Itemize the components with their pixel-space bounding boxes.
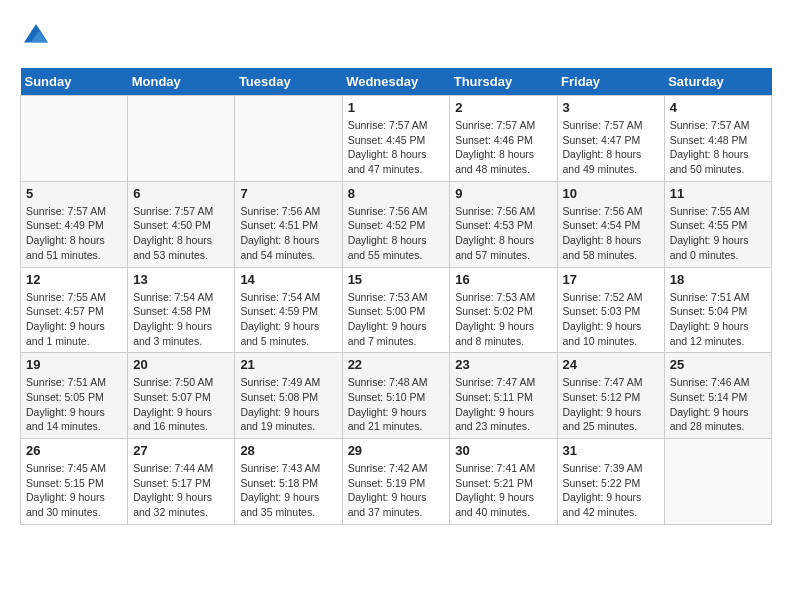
calendar-cell-2-4: 8Sunrise: 7:56 AM Sunset: 4:52 PM Daylig… bbox=[342, 181, 450, 267]
calendar-cell-1-2 bbox=[128, 96, 235, 182]
logo-icon bbox=[20, 20, 52, 52]
calendar-week-1: 1Sunrise: 7:57 AM Sunset: 4:45 PM Daylig… bbox=[21, 96, 772, 182]
day-number: 9 bbox=[455, 186, 551, 201]
day-info: Sunrise: 7:57 AM Sunset: 4:47 PM Dayligh… bbox=[563, 118, 659, 177]
calendar-cell-1-1 bbox=[21, 96, 128, 182]
day-info: Sunrise: 7:55 AM Sunset: 4:57 PM Dayligh… bbox=[26, 290, 122, 349]
day-info: Sunrise: 7:56 AM Sunset: 4:54 PM Dayligh… bbox=[563, 204, 659, 263]
calendar-cell-2-1: 5Sunrise: 7:57 AM Sunset: 4:49 PM Daylig… bbox=[21, 181, 128, 267]
day-info: Sunrise: 7:48 AM Sunset: 5:10 PM Dayligh… bbox=[348, 375, 445, 434]
calendar-cell-3-4: 15Sunrise: 7:53 AM Sunset: 5:00 PM Dayli… bbox=[342, 267, 450, 353]
calendar-week-2: 5Sunrise: 7:57 AM Sunset: 4:49 PM Daylig… bbox=[21, 181, 772, 267]
day-info: Sunrise: 7:42 AM Sunset: 5:19 PM Dayligh… bbox=[348, 461, 445, 520]
calendar-cell-1-3 bbox=[235, 96, 342, 182]
day-info: Sunrise: 7:45 AM Sunset: 5:15 PM Dayligh… bbox=[26, 461, 122, 520]
day-info: Sunrise: 7:56 AM Sunset: 4:53 PM Dayligh… bbox=[455, 204, 551, 263]
calendar-cell-5-7 bbox=[664, 439, 771, 525]
day-info: Sunrise: 7:57 AM Sunset: 4:49 PM Dayligh… bbox=[26, 204, 122, 263]
day-number: 30 bbox=[455, 443, 551, 458]
day-number: 12 bbox=[26, 272, 122, 287]
calendar-cell-3-1: 12Sunrise: 7:55 AM Sunset: 4:57 PM Dayli… bbox=[21, 267, 128, 353]
day-number: 25 bbox=[670, 357, 766, 372]
day-number: 31 bbox=[563, 443, 659, 458]
calendar-header-thursday: Thursday bbox=[450, 68, 557, 96]
calendar-cell-2-7: 11Sunrise: 7:55 AM Sunset: 4:55 PM Dayli… bbox=[664, 181, 771, 267]
day-number: 8 bbox=[348, 186, 445, 201]
calendar-header-saturday: Saturday bbox=[664, 68, 771, 96]
day-number: 18 bbox=[670, 272, 766, 287]
calendar-cell-3-2: 13Sunrise: 7:54 AM Sunset: 4:58 PM Dayli… bbox=[128, 267, 235, 353]
calendar-cell-5-6: 31Sunrise: 7:39 AM Sunset: 5:22 PM Dayli… bbox=[557, 439, 664, 525]
day-info: Sunrise: 7:51 AM Sunset: 5:05 PM Dayligh… bbox=[26, 375, 122, 434]
calendar-cell-4-3: 21Sunrise: 7:49 AM Sunset: 5:08 PM Dayli… bbox=[235, 353, 342, 439]
logo bbox=[20, 20, 58, 52]
day-info: Sunrise: 7:54 AM Sunset: 4:58 PM Dayligh… bbox=[133, 290, 229, 349]
day-number: 15 bbox=[348, 272, 445, 287]
day-number: 13 bbox=[133, 272, 229, 287]
calendar-cell-4-1: 19Sunrise: 7:51 AM Sunset: 5:05 PM Dayli… bbox=[21, 353, 128, 439]
day-info: Sunrise: 7:47 AM Sunset: 5:11 PM Dayligh… bbox=[455, 375, 551, 434]
calendar: SundayMondayTuesdayWednesdayThursdayFrid… bbox=[20, 68, 772, 525]
calendar-header-row: SundayMondayTuesdayWednesdayThursdayFrid… bbox=[21, 68, 772, 96]
calendar-cell-1-6: 3Sunrise: 7:57 AM Sunset: 4:47 PM Daylig… bbox=[557, 96, 664, 182]
calendar-cell-1-5: 2Sunrise: 7:57 AM Sunset: 4:46 PM Daylig… bbox=[450, 96, 557, 182]
day-info: Sunrise: 7:57 AM Sunset: 4:48 PM Dayligh… bbox=[670, 118, 766, 177]
calendar-cell-3-5: 16Sunrise: 7:53 AM Sunset: 5:02 PM Dayli… bbox=[450, 267, 557, 353]
page-header bbox=[20, 20, 772, 52]
calendar-cell-1-4: 1Sunrise: 7:57 AM Sunset: 4:45 PM Daylig… bbox=[342, 96, 450, 182]
day-number: 26 bbox=[26, 443, 122, 458]
calendar-cell-4-2: 20Sunrise: 7:50 AM Sunset: 5:07 PM Dayli… bbox=[128, 353, 235, 439]
day-number: 22 bbox=[348, 357, 445, 372]
day-info: Sunrise: 7:56 AM Sunset: 4:51 PM Dayligh… bbox=[240, 204, 336, 263]
calendar-cell-4-6: 24Sunrise: 7:47 AM Sunset: 5:12 PM Dayli… bbox=[557, 353, 664, 439]
day-number: 27 bbox=[133, 443, 229, 458]
calendar-week-5: 26Sunrise: 7:45 AM Sunset: 5:15 PM Dayli… bbox=[21, 439, 772, 525]
calendar-header-tuesday: Tuesday bbox=[235, 68, 342, 96]
day-number: 19 bbox=[26, 357, 122, 372]
day-info: Sunrise: 7:44 AM Sunset: 5:17 PM Dayligh… bbox=[133, 461, 229, 520]
calendar-cell-1-7: 4Sunrise: 7:57 AM Sunset: 4:48 PM Daylig… bbox=[664, 96, 771, 182]
day-info: Sunrise: 7:55 AM Sunset: 4:55 PM Dayligh… bbox=[670, 204, 766, 263]
calendar-cell-2-2: 6Sunrise: 7:57 AM Sunset: 4:50 PM Daylig… bbox=[128, 181, 235, 267]
day-number: 6 bbox=[133, 186, 229, 201]
calendar-cell-4-5: 23Sunrise: 7:47 AM Sunset: 5:11 PM Dayli… bbox=[450, 353, 557, 439]
day-number: 21 bbox=[240, 357, 336, 372]
calendar-cell-5-4: 29Sunrise: 7:42 AM Sunset: 5:19 PM Dayli… bbox=[342, 439, 450, 525]
day-number: 14 bbox=[240, 272, 336, 287]
calendar-cell-4-4: 22Sunrise: 7:48 AM Sunset: 5:10 PM Dayli… bbox=[342, 353, 450, 439]
calendar-cell-5-1: 26Sunrise: 7:45 AM Sunset: 5:15 PM Dayli… bbox=[21, 439, 128, 525]
day-info: Sunrise: 7:53 AM Sunset: 5:02 PM Dayligh… bbox=[455, 290, 551, 349]
day-info: Sunrise: 7:52 AM Sunset: 5:03 PM Dayligh… bbox=[563, 290, 659, 349]
calendar-cell-2-3: 7Sunrise: 7:56 AM Sunset: 4:51 PM Daylig… bbox=[235, 181, 342, 267]
day-number: 3 bbox=[563, 100, 659, 115]
day-number: 28 bbox=[240, 443, 336, 458]
calendar-header-sunday: Sunday bbox=[21, 68, 128, 96]
day-info: Sunrise: 7:54 AM Sunset: 4:59 PM Dayligh… bbox=[240, 290, 336, 349]
calendar-cell-5-5: 30Sunrise: 7:41 AM Sunset: 5:21 PM Dayli… bbox=[450, 439, 557, 525]
day-info: Sunrise: 7:46 AM Sunset: 5:14 PM Dayligh… bbox=[670, 375, 766, 434]
day-info: Sunrise: 7:41 AM Sunset: 5:21 PM Dayligh… bbox=[455, 461, 551, 520]
calendar-cell-2-5: 9Sunrise: 7:56 AM Sunset: 4:53 PM Daylig… bbox=[450, 181, 557, 267]
day-number: 4 bbox=[670, 100, 766, 115]
day-info: Sunrise: 7:57 AM Sunset: 4:46 PM Dayligh… bbox=[455, 118, 551, 177]
day-info: Sunrise: 7:43 AM Sunset: 5:18 PM Dayligh… bbox=[240, 461, 336, 520]
day-number: 17 bbox=[563, 272, 659, 287]
day-info: Sunrise: 7:39 AM Sunset: 5:22 PM Dayligh… bbox=[563, 461, 659, 520]
day-number: 20 bbox=[133, 357, 229, 372]
calendar-cell-2-6: 10Sunrise: 7:56 AM Sunset: 4:54 PM Dayli… bbox=[557, 181, 664, 267]
day-number: 10 bbox=[563, 186, 659, 201]
calendar-week-4: 19Sunrise: 7:51 AM Sunset: 5:05 PM Dayli… bbox=[21, 353, 772, 439]
day-info: Sunrise: 7:50 AM Sunset: 5:07 PM Dayligh… bbox=[133, 375, 229, 434]
day-number: 1 bbox=[348, 100, 445, 115]
day-number: 24 bbox=[563, 357, 659, 372]
day-number: 11 bbox=[670, 186, 766, 201]
day-info: Sunrise: 7:57 AM Sunset: 4:45 PM Dayligh… bbox=[348, 118, 445, 177]
day-info: Sunrise: 7:57 AM Sunset: 4:50 PM Dayligh… bbox=[133, 204, 229, 263]
calendar-cell-3-3: 14Sunrise: 7:54 AM Sunset: 4:59 PM Dayli… bbox=[235, 267, 342, 353]
calendar-body: 1Sunrise: 7:57 AM Sunset: 4:45 PM Daylig… bbox=[21, 96, 772, 525]
calendar-header-friday: Friday bbox=[557, 68, 664, 96]
calendar-header-monday: Monday bbox=[128, 68, 235, 96]
day-info: Sunrise: 7:49 AM Sunset: 5:08 PM Dayligh… bbox=[240, 375, 336, 434]
day-number: 29 bbox=[348, 443, 445, 458]
calendar-header-wednesday: Wednesday bbox=[342, 68, 450, 96]
